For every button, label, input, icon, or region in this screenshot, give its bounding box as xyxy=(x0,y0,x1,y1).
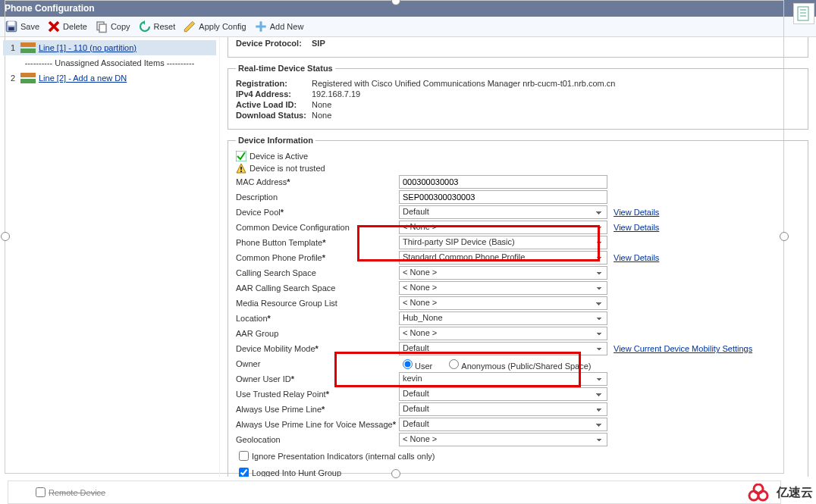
aload-v: None xyxy=(312,100,331,109)
save-button[interactable]: Save xyxy=(5,20,39,33)
mrgl-select[interactable]: < None > xyxy=(399,296,607,310)
apply-config-button[interactable]: Apply Config xyxy=(183,20,246,33)
mac-label: MAC Address xyxy=(236,177,287,186)
svg-rect-2 xyxy=(8,27,14,31)
content-area: Device Protocol: SIP Real-time Device St… xyxy=(220,37,816,477)
svg-rect-6 xyxy=(256,26,266,28)
auplvm-label: Always Use Prime Line for Voice Message xyxy=(236,420,393,429)
row-num-1: 1 xyxy=(5,43,20,52)
owner-anon-label: Anonymous (Public/Shared Space) xyxy=(461,362,591,371)
pbt-label: Phone Button Template xyxy=(236,238,322,247)
svg-rect-4 xyxy=(99,24,106,33)
save-label: Save xyxy=(20,22,39,31)
aupl-select[interactable]: Default xyxy=(399,402,607,416)
hunt-group-cb[interactable] xyxy=(239,468,249,477)
mrgl-label: Media Resource Group List xyxy=(236,299,399,308)
utrp-select[interactable]: Default xyxy=(399,387,607,401)
reset-button[interactable]: Reset xyxy=(138,20,176,33)
loc-label: Location xyxy=(236,314,268,323)
document-icon xyxy=(797,6,811,21)
css-select[interactable]: < None > xyxy=(399,266,607,280)
delete-icon xyxy=(47,20,61,33)
unassigned-heading: ---------- Unassigned Associated Items -… xyxy=(3,55,216,70)
brand-text: 亿速云 xyxy=(777,485,813,501)
brand-icon xyxy=(748,484,774,502)
delete-button[interactable]: Delete xyxy=(47,20,87,33)
owner-label: Owner xyxy=(236,359,399,368)
svg-point-16 xyxy=(754,484,763,493)
owner-user-label: User xyxy=(415,362,432,371)
line1-link[interactable]: Line [1] - 110 (no partition) xyxy=(39,43,137,52)
ignore-presentation-cb[interactable] xyxy=(239,451,249,461)
remote-device-cb-bottom[interactable] xyxy=(36,487,46,497)
aarg-select[interactable]: < None > xyxy=(399,327,607,340)
device-not-trusted-text: Device is not trusted xyxy=(250,164,325,173)
sidebar-line-1[interactable]: 1 Line [1] - 110 (no partition) xyxy=(3,40,216,55)
sidebar-line-2[interactable]: 2 Line [2] - Add a new DN xyxy=(3,70,216,86)
save-icon xyxy=(5,20,18,33)
line2-link[interactable]: Line [2] - Add a new DN xyxy=(39,74,127,83)
row-num-2: 2 xyxy=(5,74,20,83)
delete-label: Delete xyxy=(63,22,87,31)
cdc-view-details[interactable]: View Details xyxy=(614,223,659,232)
owner-radio-group: User Anonymous (Public/Shared Space) xyxy=(399,357,602,371)
cpp-select[interactable]: Standard Common Phone Profile xyxy=(399,251,607,265)
copy-icon xyxy=(95,20,108,33)
utrp-label: Use Trusted Relay Point xyxy=(236,390,326,399)
toolbar: Save Delete Copy Reset Apply Config Add … xyxy=(0,17,816,37)
protocol-label: Device Protocol: xyxy=(236,39,312,48)
ignore-presentation-label: Ignore Presentation Indicators (internal… xyxy=(252,452,435,461)
ipv4-l: IPv4 Address: xyxy=(236,89,312,99)
pool-view-details[interactable]: View Details xyxy=(614,208,659,217)
dmm-view-mobility[interactable]: View Current Device Mobility Settings xyxy=(614,344,752,353)
svg-rect-8 xyxy=(20,49,36,53)
aar-select[interactable]: < None > xyxy=(399,281,607,295)
protocol-row: Device Protocol: SIP xyxy=(228,37,808,58)
apply-icon xyxy=(183,20,196,33)
add-new-button[interactable]: Add New xyxy=(254,20,304,33)
aar-label: AAR Calling Search Space xyxy=(236,283,399,293)
dl-v: None xyxy=(312,111,331,120)
dmm-select[interactable]: Default xyxy=(399,342,607,355)
geo-label: Geolocation xyxy=(236,435,399,444)
add-icon xyxy=(254,20,268,33)
page-title: Phone Configuration xyxy=(0,0,816,17)
svg-rect-17 xyxy=(798,7,808,20)
mac-input[interactable] xyxy=(399,175,607,189)
owner-user-radio[interactable] xyxy=(403,359,413,369)
side-icon-right[interactable] xyxy=(793,3,814,24)
sidebar: 1 Line [1] - 110 (no partition) --------… xyxy=(0,37,220,477)
device-active-row: Device is Active xyxy=(236,151,800,161)
auplvm-select[interactable]: Default xyxy=(399,418,607,431)
bottom-strip: Remote Device xyxy=(8,481,781,504)
ownerid-combo[interactable]: kevin xyxy=(399,372,607,386)
reset-icon xyxy=(138,20,152,33)
line-icon xyxy=(20,42,36,53)
apply-label: Apply Config xyxy=(199,22,246,31)
ipv4-v: 192.168.7.19 xyxy=(312,89,360,99)
copy-button[interactable]: Copy xyxy=(95,20,130,33)
owner-anon-radio[interactable] xyxy=(449,359,459,369)
svg-rect-9 xyxy=(20,73,36,77)
geo-select[interactable]: < None > xyxy=(399,433,607,446)
ownerid-label: Owner User ID xyxy=(236,374,291,383)
pbt-select[interactable]: Third-party SIP Device (Basic) xyxy=(399,236,607,249)
pool-select[interactable]: Default xyxy=(399,205,607,219)
cdc-select[interactable]: < None > xyxy=(399,221,607,234)
copy-label: Copy xyxy=(111,22,130,31)
svg-rect-10 xyxy=(20,79,36,83)
reg-v: Registered with Cisco Unified Communicat… xyxy=(312,79,615,88)
aupl-label: Always Use Prime Line xyxy=(236,405,322,414)
addnew-label: Add New xyxy=(270,22,304,31)
realtime-legend: Real-time Device Status xyxy=(236,64,335,73)
cpp-view-details[interactable]: View Details xyxy=(614,253,659,262)
brand-watermark: 亿速云 xyxy=(748,484,813,502)
aarg-label: AAR Group xyxy=(236,329,399,338)
cdc-label: Common Device Configuration xyxy=(236,223,399,232)
loc-select[interactable]: Hub_None xyxy=(399,311,607,325)
svg-rect-13 xyxy=(240,171,242,172)
dl-l: Download Status: xyxy=(236,111,312,120)
desc-input[interactable] xyxy=(399,190,607,204)
check-icon xyxy=(236,151,246,161)
line-icon xyxy=(20,73,36,83)
